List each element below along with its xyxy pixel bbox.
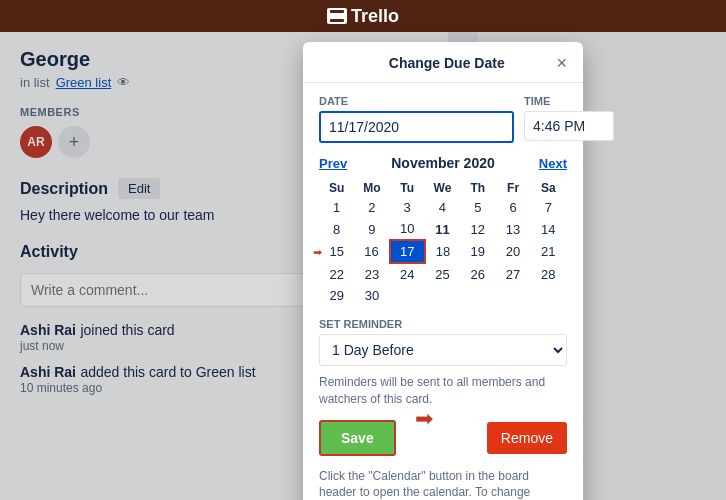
calendar-day-1[interactable]: 1 xyxy=(319,197,354,218)
calendar-day-8[interactable]: 8 xyxy=(319,218,354,240)
calendar-day-empty xyxy=(460,285,495,306)
calendar-day-empty xyxy=(495,285,530,306)
modal-header: Change Due Date × xyxy=(303,42,583,83)
calendar-day-18[interactable]: 18 xyxy=(425,240,460,263)
calendar-weekdays-row: Su Mo Tu We Th Fr Sa xyxy=(319,179,566,197)
save-button[interactable]: Save xyxy=(319,420,396,456)
weekday-tu: Tu xyxy=(390,179,425,197)
calendar-day-7[interactable]: 7 xyxy=(531,197,566,218)
modal-overlay: Change Due Date × Date Time xyxy=(0,32,726,500)
set-reminder-label: Set Reminder xyxy=(319,318,567,330)
calendar-day-empty xyxy=(531,285,566,306)
calendar-day-28[interactable]: 28 xyxy=(531,263,566,285)
calendar-day-13[interactable]: 13 xyxy=(495,218,530,240)
calendar-day-2[interactable]: 2 xyxy=(354,197,389,218)
modal-title: Change Due Date xyxy=(337,55,556,71)
date-time-row: Date Time xyxy=(319,95,567,143)
time-input[interactable] xyxy=(524,111,614,141)
calendar-grid: Su Mo Tu We Th Fr Sa 1234567891011121314… xyxy=(319,179,567,306)
calendar-day-19[interactable]: 19 xyxy=(460,240,495,263)
calendar-day-3[interactable]: 3 xyxy=(390,197,425,218)
date-input[interactable] xyxy=(319,111,514,143)
calendar-day-30[interactable]: 30 xyxy=(354,285,389,306)
main-content: George in list Green list 👁 MEMBERS AR +… xyxy=(0,32,726,500)
calendar-day-empty xyxy=(425,285,460,306)
calendar-day-15[interactable]: ➡15 xyxy=(319,240,354,263)
calendar: Prev November 2020 Next Su Mo Tu We Th xyxy=(319,155,567,306)
calendar-day-23[interactable]: 23 xyxy=(354,263,389,285)
modal-actions: Save Remove xyxy=(319,420,567,456)
calendar-day-29[interactable]: 29 xyxy=(319,285,354,306)
calendar-day-4[interactable]: 4 xyxy=(425,197,460,218)
time-field-group: Time xyxy=(524,95,614,143)
calendar-week-row: 1234567 xyxy=(319,197,566,218)
trello-logo-text: Trello xyxy=(351,6,399,27)
modal-body: Date Time Prev November 2020 Next xyxy=(303,83,583,500)
calendar-day-27[interactable]: 27 xyxy=(495,263,530,285)
weekday-we: We xyxy=(425,179,460,197)
calendar-day-12[interactable]: 12 xyxy=(460,218,495,240)
calendar-day-14[interactable]: 14 xyxy=(531,218,566,240)
weekday-fr: Fr xyxy=(495,179,530,197)
weekday-th: Th xyxy=(460,179,495,197)
calendar-day-22[interactable]: 22 xyxy=(319,263,354,285)
calendar-day-21[interactable]: 21 xyxy=(531,240,566,263)
calendar-day-16[interactable]: 16 xyxy=(354,240,389,263)
calendar-week-row: 891011121314 xyxy=(319,218,566,240)
trello-logo: Trello xyxy=(327,6,399,27)
calendar-week-row: ➡15161718192021 xyxy=(319,240,566,263)
calendar-day-26[interactable]: 26 xyxy=(460,263,495,285)
remove-button[interactable]: Remove xyxy=(487,422,567,454)
modal-close-button[interactable]: × xyxy=(556,54,567,72)
weekday-su: Su xyxy=(319,179,354,197)
calendar-footer-text: Click the "Calendar" button in the board… xyxy=(319,468,567,500)
next-month-button[interactable]: Next xyxy=(539,156,567,171)
reminder-select[interactable]: 1 Day Before 2 Days Before 1 Week Before… xyxy=(319,334,567,366)
calendar-day-5[interactable]: 5 xyxy=(460,197,495,218)
weekday-mo: Mo xyxy=(354,179,389,197)
calendar-day-17[interactable]: 17 xyxy=(390,240,425,263)
calendar-day-10[interactable]: 10 xyxy=(390,218,425,240)
reminder-info: Reminders will be sent to all members an… xyxy=(319,374,567,408)
calendar-day-11[interactable]: 11 xyxy=(425,218,460,240)
calendar-week-row: 2930 xyxy=(319,285,566,306)
top-bar: Trello xyxy=(0,0,726,32)
calendar-nav: Prev November 2020 Next xyxy=(319,155,567,171)
prev-month-button[interactable]: Prev xyxy=(319,156,347,171)
calendar-day-25[interactable]: 25 xyxy=(425,263,460,285)
calendar-day-9[interactable]: 9 xyxy=(354,218,389,240)
time-label: Time xyxy=(524,95,614,107)
date-field-group: Date xyxy=(319,95,514,143)
calendar-week-row: 22232425262728 xyxy=(319,263,566,285)
date-label: Date xyxy=(319,95,514,107)
calendar-day-24[interactable]: 24 xyxy=(390,263,425,285)
calendar-month-year: November 2020 xyxy=(391,155,495,171)
trello-logo-icon xyxy=(327,8,347,24)
day15-arrow: ➡ xyxy=(313,245,322,258)
calendar-day-20[interactable]: 20 xyxy=(495,240,530,263)
calendar-day-6[interactable]: 6 xyxy=(495,197,530,218)
calendar-day-empty xyxy=(390,285,425,306)
weekday-sa: Sa xyxy=(531,179,566,197)
change-due-date-modal: Change Due Date × Date Time xyxy=(303,42,583,500)
